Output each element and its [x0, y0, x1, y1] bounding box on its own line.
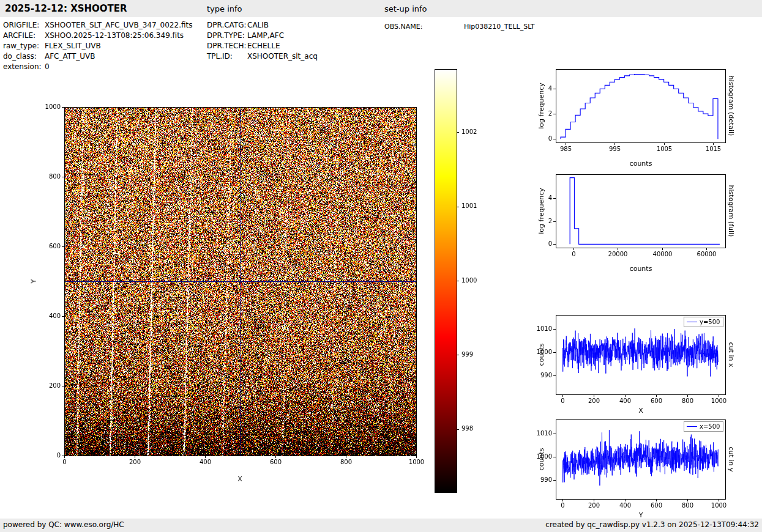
- meta-row-origfile: ORIGFILE:XSHOOTER_SLT_AFC_UVB_347_0022.f…: [3, 21, 192, 31]
- meta-value: CALIB: [247, 21, 269, 29]
- raw-frame-plot: [37, 98, 428, 495]
- meta-label: do_class:: [3, 52, 45, 61]
- main-y-axis-label: Y: [30, 279, 38, 284]
- meta-label: raw_type:: [3, 42, 45, 50]
- meta-row-dprcatg: DPR.CATG:CALIB: [207, 21, 318, 31]
- meta-label: DPR.CATG:: [207, 21, 247, 29]
- footer-bar: powered by QC: www.eso.org/HC created by…: [0, 519, 762, 532]
- header-bar: 2025-12-12: XSHOOTER type info set-up in…: [0, 0, 762, 17]
- meta-value: XSHOOTER_slt_acq: [247, 52, 318, 61]
- page-title: 2025-12-12: XSHOOTER: [5, 3, 127, 14]
- cut-in-y-plot: [520, 412, 744, 512]
- meta-value: Hip038210_TELL_SLT: [464, 23, 535, 31]
- histogram-full-plot: [520, 166, 744, 261]
- meta-label: extension:: [3, 62, 45, 71]
- meta-value: 0: [45, 62, 50, 71]
- colorbar: [433, 67, 486, 499]
- meta-value: AFC_ATT_UVB: [45, 52, 95, 61]
- meta-row-arcfile: ARCFILE:XSHOO.2025-12-13T08:25:06.349.fi…: [3, 31, 192, 42]
- type-info-column: DPR.CATG:CALIB DPR.TYPE:LAMP,AFC DPR.TEC…: [207, 21, 318, 62]
- meta-row-obsname: OBS.NAME:Hip038210_TELL_SLT: [384, 23, 535, 33]
- meta-row-tplid: TPL.ID:XSHOOTER_slt_acq: [207, 52, 318, 62]
- meta-value: XSHOOTER_SLT_AFC_UVB_347_0022.fits: [45, 21, 192, 29]
- cut-in-x-plot: [520, 307, 744, 408]
- cut-x-right-label: cut in x: [727, 342, 735, 368]
- meta-row-extension: extension:0: [3, 62, 192, 73]
- file-metadata-column: ORIGFILE:XSHOOTER_SLT_AFC_UVB_347_0022.f…: [3, 21, 192, 73]
- footer-created-by: created by qc_rawdisp.py v1.2.3 on 2025-…: [545, 520, 759, 529]
- meta-value: XSHOO.2025-12-13T08:25:06.349.fits: [45, 31, 184, 40]
- meta-label: DPR.TECH:: [207, 42, 247, 50]
- hist-detail-x-axis-label: counts: [630, 160, 652, 168]
- type-info-heading: type info: [207, 4, 242, 13]
- meta-row-rawtype: raw_type:FLEX_SLIT_UVB: [3, 42, 192, 52]
- meta-row-dprtype: DPR.TYPE:LAMP,AFC: [207, 31, 318, 42]
- meta-row-dprtech: DPR.TECH:ECHELLE: [207, 42, 318, 52]
- hist-full-x-axis-label: counts: [630, 265, 652, 273]
- cut-y-right-label: cut in y: [727, 447, 735, 472]
- hist-full-right-label: histogram (full): [727, 185, 735, 237]
- meta-value: ECHELLE: [247, 42, 280, 50]
- meta-row-doclass: do_class:AFC_ATT_UVB: [3, 52, 192, 62]
- meta-label: ORIGFILE:: [3, 21, 45, 29]
- cut-y-y-axis-label: counts: [537, 448, 545, 471]
- hist-detail-right-label: histogram (detail): [727, 76, 735, 136]
- setup-info-heading: set-up info: [384, 4, 427, 13]
- hist-full-y-axis-label: log frequency: [537, 188, 545, 234]
- meta-label: DPR.TYPE:: [207, 31, 247, 40]
- setup-info-column: OBS.NAME:Hip038210_TELL_SLT: [384, 23, 535, 33]
- footer-powered-by: powered by QC: www.eso.org/HC: [3, 520, 124, 529]
- histogram-detail-plot: [520, 61, 744, 156]
- meta-label: ARCFILE:: [3, 31, 45, 40]
- cut-y-x-axis-label: Y: [639, 511, 643, 519]
- cut-x-x-axis-label: X: [638, 407, 643, 415]
- meta-label: TPL.ID:: [207, 52, 247, 61]
- meta-value: LAMP,AFC: [247, 31, 284, 40]
- hist-detail-y-axis-label: log frequency: [537, 83, 545, 128]
- cut-x-y-axis-label: counts: [537, 344, 545, 366]
- meta-label: OBS.NAME:: [384, 23, 464, 31]
- main-x-axis-label: X: [237, 475, 242, 483]
- meta-value: FLEX_SLIT_UVB: [45, 42, 101, 50]
